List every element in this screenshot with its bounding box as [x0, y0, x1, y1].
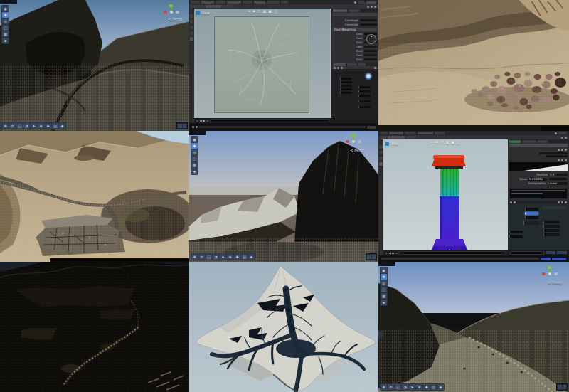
settings-tool-icon[interactable]: ◈ [191, 169, 198, 174]
move-icon[interactable]: ✥ [252, 9, 255, 14]
scene-canvas[interactable] [0, 0, 189, 131]
translate-icon[interactable]: ✥ [381, 384, 387, 390]
shelf-icon[interactable] [367, 6, 369, 8]
pane-icon[interactable] [379, 162, 383, 166]
node[interactable] [525, 208, 538, 211]
jump-start-icon[interactable]: « [385, 251, 387, 255]
menu-tab[interactable] [201, 1, 214, 4]
timeline-slider[interactable] [210, 119, 329, 122]
node[interactable] [358, 106, 371, 108]
zoom-icon[interactable]: ⊕ [38, 123, 44, 129]
add-icon[interactable]: ✚ [423, 384, 430, 390]
camera-label[interactable]: < Persp [350, 148, 364, 152]
flowmap-viewport[interactable]: View ⌖ ✥ ⟳ ▦ ▣ ◫ [194, 9, 331, 118]
param-field[interactable] [364, 50, 377, 52]
window-tab[interactable] [0, 0, 17, 4]
play-icon[interactable]: ➤ [31, 123, 37, 129]
move-tool-icon[interactable]: ✥ [2, 12, 9, 18]
grid-icon[interactable]: ▦ [263, 9, 267, 14]
net-icon[interactable] [561, 201, 563, 203]
transport-icon[interactable] [192, 126, 194, 128]
menu-tab[interactable] [267, 1, 280, 4]
pane-icon[interactable] [190, 31, 193, 35]
pane-icon[interactable] [190, 37, 193, 41]
orbit-tool-icon[interactable]: ◎ [191, 149, 198, 155]
param-field[interactable] [546, 155, 568, 157]
axis-gizmo[interactable] [344, 134, 363, 147]
pane-tab[interactable] [522, 140, 536, 143]
network-editor[interactable] [331, 69, 378, 123]
grid-tool-icon[interactable]: ▦ [2, 31, 9, 37]
viewport-corner-controls[interactable] [556, 383, 568, 391]
sphere-tool-icon[interactable]: ◉ [2, 6, 9, 11]
axis-gizmo[interactable] [162, 4, 181, 17]
shelf-icon[interactable] [565, 137, 567, 139]
shade-icon[interactable]: ▣ [268, 9, 272, 14]
viewport-corner-controls[interactable] [176, 122, 188, 129]
scene-canvas[interactable] [378, 262, 569, 392]
target-icon[interactable]: ⌖ [431, 140, 433, 145]
settings-tool-icon[interactable]: ◈ [381, 300, 387, 305]
timeline-button[interactable] [557, 251, 567, 254]
pane-tab[interactable] [333, 9, 347, 12]
param-field[interactable] [364, 46, 377, 48]
frame-range-slider[interactable] [199, 126, 366, 128]
node[interactable] [340, 92, 352, 94]
node[interactable] [525, 216, 538, 219]
net-icon[interactable] [565, 201, 567, 203]
marquee-tool-icon[interactable]: ▢ [191, 156, 198, 161]
layers-icon[interactable]: ▤ [52, 123, 58, 129]
scene-canvas[interactable] [378, 0, 569, 131]
node[interactable] [340, 85, 352, 87]
menu-tab[interactable] [191, 1, 200, 4]
value-slider[interactable] [548, 177, 568, 181]
shelf-tab[interactable] [388, 136, 405, 139]
window-icon[interactable] [354, 1, 356, 4]
menu-tab[interactable] [227, 1, 241, 4]
marquee-tool-icon[interactable]: ▢ [2, 25, 9, 31]
node-header[interactable] [333, 13, 377, 16]
net-icon[interactable] [510, 201, 512, 203]
node[interactable] [509, 235, 523, 238]
scale-icon[interactable]: ◱ [16, 123, 23, 129]
view-chip[interactable]: View [385, 142, 399, 146]
timeline-slider[interactable] [510, 251, 544, 255]
jump-end-icon[interactable]: » [396, 251, 398, 255]
menu-tab[interactable] [366, 1, 376, 4]
node-selected[interactable] [525, 212, 538, 215]
layers-icon[interactable]: ▤ [241, 254, 248, 260]
add-icon[interactable]: ✚ [234, 254, 240, 260]
frame-field[interactable] [367, 126, 376, 129]
node[interactable] [543, 233, 560, 236]
translate-icon[interactable]: ✥ [2, 123, 9, 129]
param-field[interactable] [364, 54, 377, 56]
shelf-tab[interactable] [206, 5, 221, 8]
menu-tab[interactable] [405, 132, 416, 134]
node[interactable] [358, 95, 371, 97]
ramp-menu-icon[interactable] [565, 159, 567, 161]
move-tool-icon[interactable]: ✥ [381, 274, 387, 280]
param-field[interactable] [364, 58, 377, 60]
view-chip[interactable]: View [196, 11, 210, 15]
scale-icon[interactable]: ◱ [395, 384, 401, 390]
node-header[interactable] [509, 144, 568, 147]
network-editor[interactable]: Geometry [508, 201, 569, 255]
menu-tab[interactable] [216, 1, 225, 4]
node[interactable] [358, 100, 371, 102]
translate-icon[interactable]: ✥ [191, 254, 198, 260]
transport-icon[interactable] [196, 126, 198, 128]
orbit-tool-icon[interactable]: ◎ [381, 280, 387, 286]
window-icon[interactable] [555, 132, 557, 134]
frame-button[interactable] [552, 258, 566, 260]
ramp-widget[interactable] [509, 162, 568, 171]
play-icon[interactable]: ▶ [393, 251, 395, 255]
play-icon[interactable]: ▶ [203, 119, 206, 123]
frame-button[interactable] [541, 258, 551, 260]
frame-range-slider[interactable] [381, 258, 539, 260]
pane-tab[interactable] [509, 140, 521, 143]
grid-tool-icon[interactable]: ▦ [381, 293, 387, 299]
menu-tab[interactable] [358, 1, 365, 4]
panel-divider-handle[interactable] [378, 332, 383, 339]
sphere-icon[interactable]: ◔ [402, 384, 408, 390]
column-viewport[interactable]: View ⌖ ✥ ⟳ ▦ ▣ ◫ [383, 139, 508, 250]
